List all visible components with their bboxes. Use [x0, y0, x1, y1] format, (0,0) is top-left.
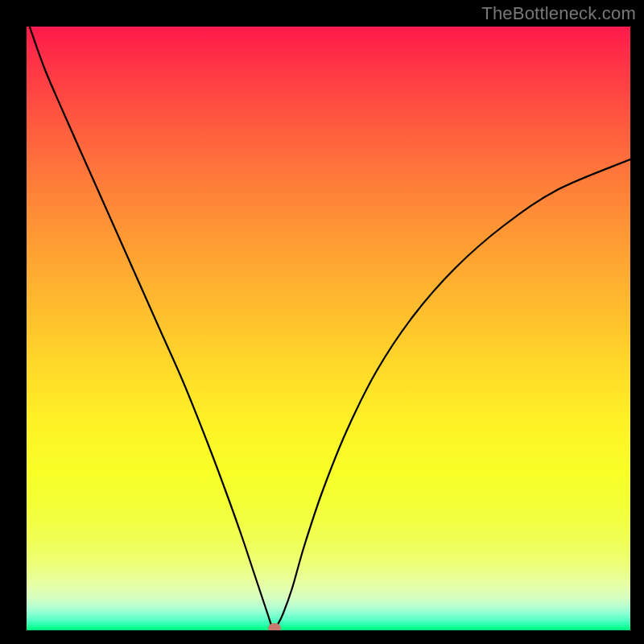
bottleneck-curve — [27, 27, 630, 630]
plot-area — [27, 27, 630, 630]
watermark-text: TheBottleneck.com — [481, 3, 636, 24]
optimal-point-marker — [268, 623, 281, 630]
chart-frame: TheBottleneck.com — [0, 0, 644, 644]
